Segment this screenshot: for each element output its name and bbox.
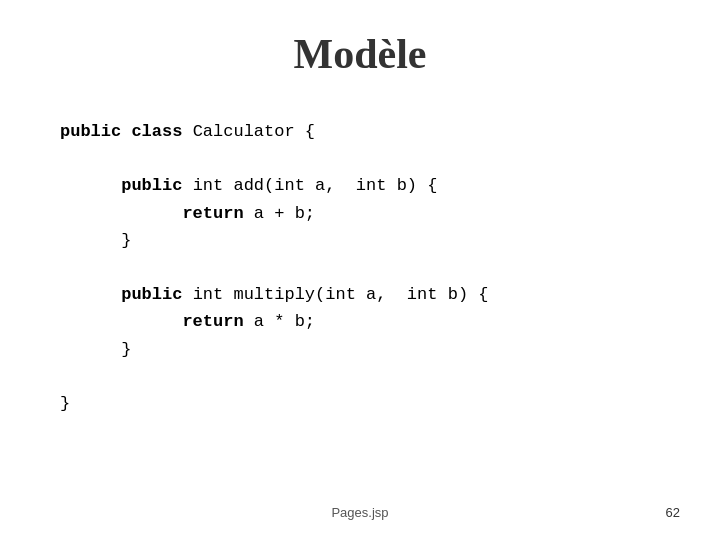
keyword-public-3: public [121, 285, 182, 304]
keyword-return-1: return [182, 204, 243, 223]
keyword-public: public [60, 122, 121, 141]
slide: Modèle public class Calculator { public … [0, 0, 720, 540]
keyword-public-2: public [121, 176, 182, 195]
code-line-blank-1 [60, 145, 660, 172]
code-line-blank-2 [60, 254, 660, 281]
slide-title: Modèle [60, 30, 660, 78]
code-line-8: } [60, 390, 660, 417]
footer-text: Pages.jsp [331, 505, 388, 520]
footer: Pages.jsp [0, 505, 720, 520]
code-line-2: public int add(int a, int b) { [60, 172, 660, 199]
code-line-7: } [60, 336, 660, 363]
code-line-5: public int multiply(int a, int b) { [60, 281, 660, 308]
code-line-blank-3 [60, 363, 660, 390]
code-line-3: return a + b; [60, 200, 660, 227]
keyword-return-2: return [182, 312, 243, 331]
keyword-class: class [131, 122, 182, 141]
code-block: public class Calculator { public int add… [60, 118, 660, 417]
code-line-6: return a * b; [60, 308, 660, 335]
code-line-1: public class Calculator { [60, 118, 660, 145]
page-number: 62 [666, 505, 680, 520]
code-line-4: } [60, 227, 660, 254]
